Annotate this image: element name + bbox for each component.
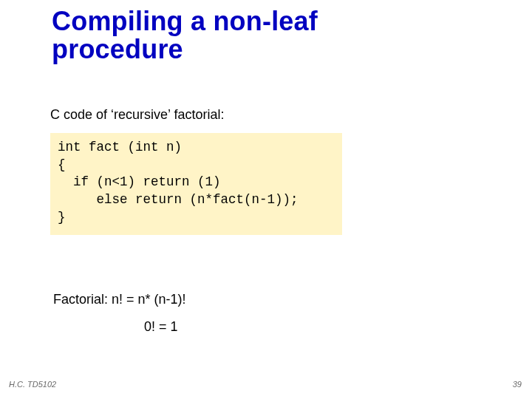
slide-title: Compiling a non-leaf procedure (52, 7, 318, 64)
footer-course-code: H.C. TD5102 (9, 380, 56, 389)
factorial-definition: Factorial: n! = n* (n-1)! (53, 292, 186, 307)
code-block: int fact (int n) { if (n<1) return (1) e… (50, 133, 342, 235)
subtitle: C code of ‘recursive’ factorial: (50, 107, 224, 123)
factorial-base-case: 0! = 1 (144, 319, 178, 335)
page-number: 39 (513, 380, 522, 389)
title-line-1: Compiling a non-leaf (52, 6, 318, 36)
title-line-2: procedure (52, 34, 183, 64)
